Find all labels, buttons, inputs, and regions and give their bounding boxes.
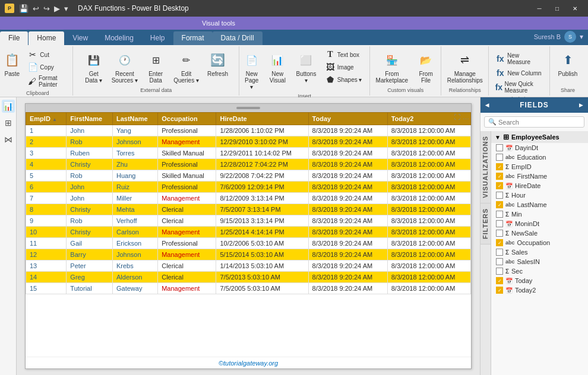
minimize-btn[interactable]: ─	[531, 3, 548, 14]
table-corner-icons[interactable]: ⛶ …	[454, 113, 469, 120]
resize-handle[interactable]	[236, 107, 260, 109]
col-lastname[interactable]: LastName	[112, 113, 157, 125]
recent-sources-button[interactable]: 🕐 RecentSources ▾	[108, 49, 141, 85]
external-buttons[interactable]: 💾 GetData ▾ 🕐 RecentSources ▾ ⊞ EnterDat…	[81, 49, 232, 86]
copy-button[interactable]: 📄Copy	[25, 61, 75, 73]
share-buttons[interactable]: ⬆ Publish	[555, 49, 581, 86]
new-page-button[interactable]: 📄 NewPage ▾	[239, 49, 264, 92]
run-btn[interactable]: ▶	[53, 4, 61, 13]
field-checkbox[interactable]	[496, 154, 503, 161]
field-checkbox[interactable]: ✓	[496, 163, 503, 170]
field-checkbox[interactable]: ✓	[496, 201, 503, 208]
col-today[interactable]: Today	[308, 113, 387, 125]
buttons-button[interactable]: ⬜ Buttons ▾	[291, 49, 321, 85]
filters-label[interactable]: Filters	[480, 204, 491, 244]
col-firstname[interactable]: FirstName	[67, 113, 113, 125]
window-controls[interactable]: ─ □ ✕	[531, 3, 583, 14]
new-quick-measure-button[interactable]: fxNew Quick Measure	[492, 80, 546, 95]
col-hiredate[interactable]: HireDate	[216, 113, 308, 125]
field-item[interactable]: ✓ 📅 HireDate	[491, 181, 588, 190]
new-column-button[interactable]: fxNew Column	[492, 67, 546, 79]
shapes-button[interactable]: ⬟Shapes ▾	[323, 74, 370, 85]
ribbon-tabs-bar[interactable]: File Home View Modeling Help Format Data…	[0, 30, 588, 45]
tab-file[interactable]: File	[0, 31, 28, 45]
search-input[interactable]	[498, 119, 580, 126]
tab-modeling[interactable]: Modeling	[96, 31, 142, 45]
col-empid[interactable]: EmpID ▲	[26, 113, 67, 125]
table-wrapper[interactable]: EmpID ▲ FirstName LastName Occupation Hi…	[26, 112, 471, 357]
new-measure-button[interactable]: fxNew Measure	[492, 51, 546, 66]
relationships-buttons[interactable]: ⇌ ManageRelationships	[444, 49, 486, 86]
clipboard-buttons[interactable]: 📋 Paste ✂Cut 📄Copy 🖌Format Painter	[0, 49, 75, 89]
field-item[interactable]: Σ Min	[491, 209, 588, 219]
sidebar-model-icon[interactable]: ⋈	[2, 133, 15, 146]
field-checkbox[interactable]	[496, 258, 503, 265]
field-item[interactable]: ✓ 📅 Today2	[491, 285, 588, 295]
field-item[interactable]: ✓ 📅 Today	[491, 276, 588, 285]
field-checkbox[interactable]	[496, 268, 503, 275]
col-occupation[interactable]: Occupation	[158, 113, 216, 125]
tab-format[interactable]: Format	[173, 31, 213, 45]
calculations-buttons[interactable]: fxNew Measure fxNew Column fxNew Quick M…	[492, 51, 546, 95]
sidebar-report-icon[interactable]: 📊	[2, 100, 15, 113]
field-item[interactable]: ✓ abc FirstName	[491, 171, 588, 181]
field-checkbox[interactable]: ✓	[496, 173, 503, 180]
more-icon[interactable]: …	[463, 113, 469, 120]
field-checkbox[interactable]	[496, 211, 503, 218]
field-table-header[interactable]: ▼ ⊞ EmployeeSales	[491, 131, 588, 143]
insert-buttons[interactable]: 📄 NewPage ▾ 📊 NewVisual ⬜ Buttons ▾ TTex…	[239, 49, 370, 92]
field-checkbox[interactable]	[496, 144, 503, 151]
new-visual-button[interactable]: 📊 NewVisual	[265, 49, 290, 85]
field-checkbox[interactable]: ✓	[496, 239, 503, 246]
tab-help[interactable]: Help	[142, 31, 173, 45]
field-item[interactable]: abc SalesIN	[491, 257, 588, 266]
field-checkbox[interactable]: ✓	[496, 182, 503, 189]
manage-relationships-button[interactable]: ⇌ ManageRelationships	[444, 49, 486, 85]
field-checkbox[interactable]	[496, 192, 503, 199]
field-checkbox[interactable]	[496, 230, 503, 237]
dropdown-btn[interactable]: ▾	[63, 4, 69, 13]
field-item[interactable]: ✓ abc Occupation	[491, 238, 588, 247]
tab-view[interactable]: View	[64, 31, 96, 45]
tab-home[interactable]: Home	[29, 31, 64, 45]
from-file-button[interactable]: 📂 FromFile	[413, 49, 439, 85]
panel-forward-btn[interactable]: ▸	[579, 101, 583, 109]
field-item[interactable]: Σ NewSale	[491, 228, 588, 238]
user-avatar[interactable]: S	[564, 31, 576, 43]
table-resize-bar[interactable]	[26, 104, 471, 112]
undo-btn[interactable]: ↩	[31, 4, 40, 13]
field-item[interactable]: 📅 MoninDt	[491, 219, 588, 228]
save-btn[interactable]: 💾	[18, 4, 30, 13]
cut-button[interactable]: ✂Cut	[25, 49, 75, 61]
field-item[interactable]: 📅 DayinDt	[491, 143, 588, 152]
enter-data-button[interactable]: ⊞ EnterData	[143, 49, 169, 85]
edit-queries-button[interactable]: ✏ EditQueries ▾	[170, 49, 203, 85]
user-chevron[interactable]: ▾	[580, 33, 583, 41]
field-item[interactable]: Σ Hour	[491, 190, 588, 200]
refresh-button[interactable]: 🔄 Refresh	[204, 49, 232, 79]
field-item[interactable]: Σ Sec	[491, 266, 588, 276]
field-item[interactable]: abc Education	[491, 152, 588, 162]
format-painter-button[interactable]: 🖌Format Painter	[25, 74, 75, 89]
text-box-button[interactable]: TText box	[323, 49, 370, 61]
visualizations-label[interactable]: Visualizations	[480, 131, 491, 204]
panel-back-btn[interactable]: ◂	[485, 101, 489, 109]
field-checkbox[interactable]: ✓	[496, 277, 503, 284]
field-item[interactable]: ✓ abc LastName	[491, 200, 588, 209]
field-item[interactable]: ✓ Σ EmpID	[491, 162, 588, 171]
maximize-btn[interactable]: □	[549, 3, 565, 14]
paste-button[interactable]: 📋 Paste	[0, 49, 24, 79]
tab-data-drill[interactable]: Data / Drill	[213, 31, 263, 45]
close-btn[interactable]: ✕	[567, 3, 583, 14]
get-data-button[interactable]: 💾 GetData ▾	[81, 49, 107, 85]
field-checkbox[interactable]: ✓	[496, 287, 503, 294]
field-checkbox[interactable]	[496, 249, 503, 256]
field-item[interactable]: Σ Sales	[491, 247, 588, 257]
field-checkbox[interactable]	[496, 220, 503, 227]
redo-btn[interactable]: ↪	[42, 4, 51, 13]
image-button[interactable]: 🖼Image	[323, 61, 370, 73]
publish-button[interactable]: ⬆ Publish	[555, 49, 581, 79]
sidebar-data-icon[interactable]: ⊞	[2, 116, 15, 129]
expand-icon[interactable]: ⛶	[454, 113, 460, 120]
from-marketplace-button[interactable]: 🏪 FromMarketplace	[372, 49, 412, 85]
